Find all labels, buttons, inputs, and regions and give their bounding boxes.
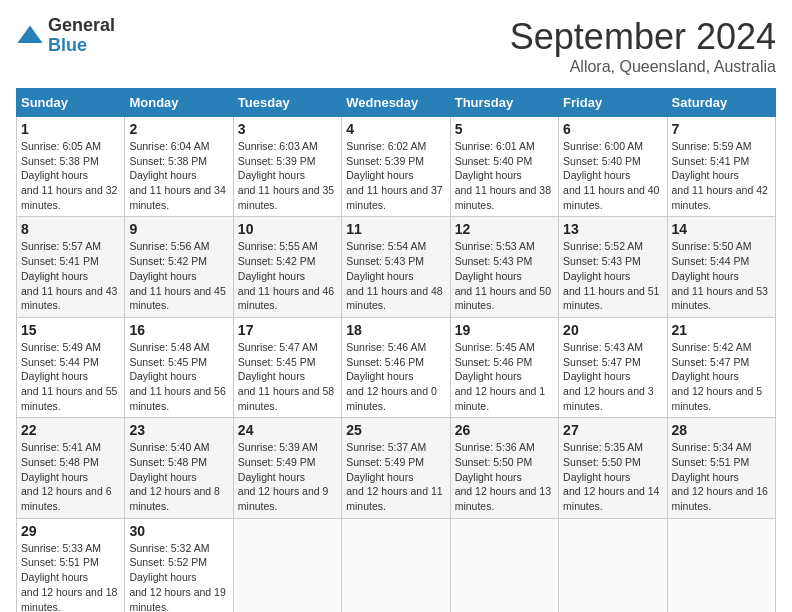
day-number: 29 [21, 523, 120, 539]
calendar-week-3: 15 Sunrise: 5:49 AM Sunset: 5:44 PM Dayl… [17, 317, 776, 417]
calendar-cell: 2 Sunrise: 6:04 AM Sunset: 5:38 PM Dayli… [125, 117, 233, 217]
cell-content: Sunrise: 6:02 AM Sunset: 5:39 PM Dayligh… [346, 139, 445, 212]
logo-blue-text: Blue [48, 36, 115, 56]
calendar-cell: 21 Sunrise: 5:42 AM Sunset: 5:47 PM Dayl… [667, 317, 775, 417]
day-number: 9 [129, 221, 228, 237]
day-number: 1 [21, 121, 120, 137]
calendar-cell: 1 Sunrise: 6:05 AM Sunset: 5:38 PM Dayli… [17, 117, 125, 217]
svg-rect-1 [27, 37, 34, 43]
day-number: 14 [672, 221, 771, 237]
header-friday: Friday [559, 89, 667, 117]
cell-content: Sunrise: 5:33 AM Sunset: 5:51 PM Dayligh… [21, 541, 120, 612]
day-number: 28 [672, 422, 771, 438]
day-number: 15 [21, 322, 120, 338]
logo: General Blue [16, 16, 115, 56]
header-wednesday: Wednesday [342, 89, 450, 117]
cell-content: Sunrise: 5:49 AM Sunset: 5:44 PM Dayligh… [21, 340, 120, 413]
calendar-cell: 25 Sunrise: 5:37 AM Sunset: 5:49 PM Dayl… [342, 418, 450, 518]
logo-general-text: General [48, 16, 115, 36]
calendar-cell: 17 Sunrise: 5:47 AM Sunset: 5:45 PM Dayl… [233, 317, 341, 417]
cell-content: Sunrise: 5:45 AM Sunset: 5:46 PM Dayligh… [455, 340, 554, 413]
day-number: 8 [21, 221, 120, 237]
day-number: 30 [129, 523, 228, 539]
day-number: 7 [672, 121, 771, 137]
day-number: 16 [129, 322, 228, 338]
cell-content: Sunrise: 5:37 AM Sunset: 5:49 PM Dayligh… [346, 440, 445, 513]
calendar-cell [559, 518, 667, 612]
day-number: 5 [455, 121, 554, 137]
calendar-table: SundayMondayTuesdayWednesdayThursdayFrid… [16, 88, 776, 612]
calendar-cell: 5 Sunrise: 6:01 AM Sunset: 5:40 PM Dayli… [450, 117, 558, 217]
day-number: 13 [563, 221, 662, 237]
cell-content: Sunrise: 5:52 AM Sunset: 5:43 PM Dayligh… [563, 239, 662, 312]
calendar-cell: 28 Sunrise: 5:34 AM Sunset: 5:51 PM Dayl… [667, 418, 775, 518]
calendar-header-row: SundayMondayTuesdayWednesdayThursdayFrid… [17, 89, 776, 117]
cell-content: Sunrise: 6:03 AM Sunset: 5:39 PM Dayligh… [238, 139, 337, 212]
cell-content: Sunrise: 5:35 AM Sunset: 5:50 PM Dayligh… [563, 440, 662, 513]
cell-content: Sunrise: 5:41 AM Sunset: 5:48 PM Dayligh… [21, 440, 120, 513]
header-saturday: Saturday [667, 89, 775, 117]
cell-content: Sunrise: 5:56 AM Sunset: 5:42 PM Dayligh… [129, 239, 228, 312]
cell-content: Sunrise: 5:32 AM Sunset: 5:52 PM Dayligh… [129, 541, 228, 612]
day-number: 26 [455, 422, 554, 438]
cell-content: Sunrise: 5:34 AM Sunset: 5:51 PM Dayligh… [672, 440, 771, 513]
logo-icon [16, 22, 44, 50]
cell-content: Sunrise: 5:46 AM Sunset: 5:46 PM Dayligh… [346, 340, 445, 413]
day-number: 23 [129, 422, 228, 438]
cell-content: Sunrise: 5:50 AM Sunset: 5:44 PM Dayligh… [672, 239, 771, 312]
calendar-cell: 15 Sunrise: 5:49 AM Sunset: 5:44 PM Dayl… [17, 317, 125, 417]
location-title: Allora, Queensland, Australia [510, 58, 776, 76]
header-tuesday: Tuesday [233, 89, 341, 117]
calendar-cell [450, 518, 558, 612]
cell-content: Sunrise: 6:05 AM Sunset: 5:38 PM Dayligh… [21, 139, 120, 212]
day-number: 3 [238, 121, 337, 137]
cell-content: Sunrise: 5:57 AM Sunset: 5:41 PM Dayligh… [21, 239, 120, 312]
cell-content: Sunrise: 5:47 AM Sunset: 5:45 PM Dayligh… [238, 340, 337, 413]
calendar-cell: 24 Sunrise: 5:39 AM Sunset: 5:49 PM Dayl… [233, 418, 341, 518]
calendar-cell: 4 Sunrise: 6:02 AM Sunset: 5:39 PM Dayli… [342, 117, 450, 217]
calendar-cell: 27 Sunrise: 5:35 AM Sunset: 5:50 PM Dayl… [559, 418, 667, 518]
day-number: 4 [346, 121, 445, 137]
calendar-cell: 10 Sunrise: 5:55 AM Sunset: 5:42 PM Dayl… [233, 217, 341, 317]
day-number: 2 [129, 121, 228, 137]
day-number: 17 [238, 322, 337, 338]
cell-content: Sunrise: 5:36 AM Sunset: 5:50 PM Dayligh… [455, 440, 554, 513]
calendar-cell [233, 518, 341, 612]
cell-content: Sunrise: 6:00 AM Sunset: 5:40 PM Dayligh… [563, 139, 662, 212]
calendar-cell: 29 Sunrise: 5:33 AM Sunset: 5:51 PM Dayl… [17, 518, 125, 612]
cell-content: Sunrise: 5:42 AM Sunset: 5:47 PM Dayligh… [672, 340, 771, 413]
calendar-cell: 13 Sunrise: 5:52 AM Sunset: 5:43 PM Dayl… [559, 217, 667, 317]
cell-content: Sunrise: 5:48 AM Sunset: 5:45 PM Dayligh… [129, 340, 228, 413]
cell-content: Sunrise: 5:43 AM Sunset: 5:47 PM Dayligh… [563, 340, 662, 413]
calendar-cell: 7 Sunrise: 5:59 AM Sunset: 5:41 PM Dayli… [667, 117, 775, 217]
calendar-week-4: 22 Sunrise: 5:41 AM Sunset: 5:48 PM Dayl… [17, 418, 776, 518]
day-number: 6 [563, 121, 662, 137]
day-number: 20 [563, 322, 662, 338]
calendar-cell: 12 Sunrise: 5:53 AM Sunset: 5:43 PM Dayl… [450, 217, 558, 317]
header-sunday: Sunday [17, 89, 125, 117]
header-thursday: Thursday [450, 89, 558, 117]
header-monday: Monday [125, 89, 233, 117]
day-number: 22 [21, 422, 120, 438]
day-number: 19 [455, 322, 554, 338]
cell-content: Sunrise: 5:55 AM Sunset: 5:42 PM Dayligh… [238, 239, 337, 312]
calendar-cell: 9 Sunrise: 5:56 AM Sunset: 5:42 PM Dayli… [125, 217, 233, 317]
cell-content: Sunrise: 5:40 AM Sunset: 5:48 PM Dayligh… [129, 440, 228, 513]
calendar-cell: 23 Sunrise: 5:40 AM Sunset: 5:48 PM Dayl… [125, 418, 233, 518]
calendar-cell: 26 Sunrise: 5:36 AM Sunset: 5:50 PM Dayl… [450, 418, 558, 518]
cell-content: Sunrise: 5:54 AM Sunset: 5:43 PM Dayligh… [346, 239, 445, 312]
calendar-cell: 18 Sunrise: 5:46 AM Sunset: 5:46 PM Dayl… [342, 317, 450, 417]
calendar-cell: 30 Sunrise: 5:32 AM Sunset: 5:52 PM Dayl… [125, 518, 233, 612]
calendar-week-5: 29 Sunrise: 5:33 AM Sunset: 5:51 PM Dayl… [17, 518, 776, 612]
calendar-cell: 16 Sunrise: 5:48 AM Sunset: 5:45 PM Dayl… [125, 317, 233, 417]
calendar-cell [667, 518, 775, 612]
cell-content: Sunrise: 5:39 AM Sunset: 5:49 PM Dayligh… [238, 440, 337, 513]
calendar-cell: 22 Sunrise: 5:41 AM Sunset: 5:48 PM Dayl… [17, 418, 125, 518]
calendar-week-2: 8 Sunrise: 5:57 AM Sunset: 5:41 PM Dayli… [17, 217, 776, 317]
day-number: 24 [238, 422, 337, 438]
calendar-cell: 19 Sunrise: 5:45 AM Sunset: 5:46 PM Dayl… [450, 317, 558, 417]
day-number: 21 [672, 322, 771, 338]
day-number: 12 [455, 221, 554, 237]
day-number: 25 [346, 422, 445, 438]
calendar-cell: 14 Sunrise: 5:50 AM Sunset: 5:44 PM Dayl… [667, 217, 775, 317]
